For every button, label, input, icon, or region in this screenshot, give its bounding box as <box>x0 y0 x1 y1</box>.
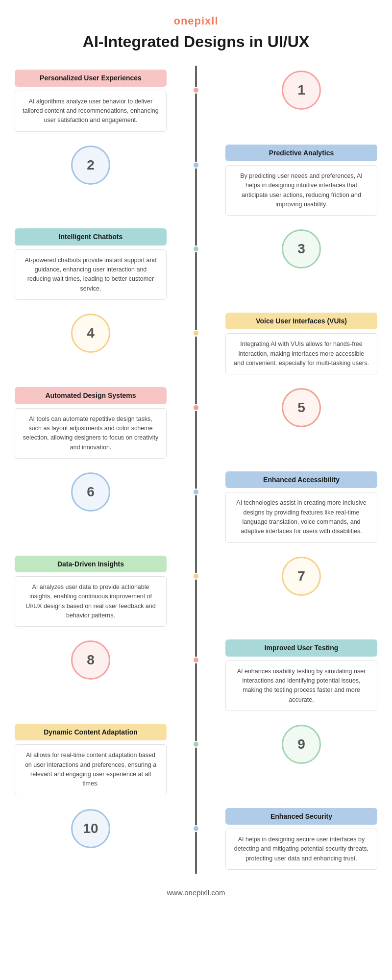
content-card: Data-Driven InsightsAI analyzes user dat… <box>15 556 167 627</box>
header: onepixll AI-Integrated Designs in UI/UX <box>0 15 392 51</box>
timeline-row: Data-Driven InsightsAI analyzes user dat… <box>15 552 377 631</box>
timeline-row: Automated Design SystemsAI tools can aut… <box>15 383 377 463</box>
label-box: Data-Driven Insights <box>15 556 167 572</box>
center-dot <box>193 741 199 748</box>
label-box: Personalized User Experiences <box>15 70 167 86</box>
desc-box: AI helps in designing secure user interf… <box>225 829 377 870</box>
center-dot <box>193 87 199 94</box>
page-wrapper: onepixll AI-Integrated Designs in UI/UX … <box>0 0 392 921</box>
content-card: Dynamic Content AdaptationAI allows for … <box>15 724 167 795</box>
content-card: Voice User Interfaces (VUIs)Integrating … <box>225 313 377 374</box>
label-box: Intelligent Chatbots <box>15 228 167 245</box>
circle-wrapper: 7 <box>225 552 377 601</box>
content-card: Enhanced SecurityAI helps in designing s… <box>225 808 377 870</box>
desc-box: AI algorithms analyze user behavior to d… <box>15 91 167 132</box>
number-circle: 8 <box>71 640 110 680</box>
content-card: Automated Design SystemsAI tools can aut… <box>15 387 167 459</box>
desc-box: By predicting user needs and preferences… <box>225 165 377 216</box>
label-box: Voice User Interfaces (VUIs) <box>225 313 377 329</box>
brand-text: onepixll <box>173 15 218 27</box>
circle-wrapper: 1 <box>225 66 377 115</box>
center-dot <box>193 825 199 832</box>
number-circle: 6 <box>71 472 110 512</box>
timeline-row: 8Improved User TestingAI enhances usabil… <box>15 636 377 715</box>
brand: onepixll <box>0 15 392 27</box>
desc-box: AI technologies assist in creating more … <box>225 492 377 543</box>
number-circle: 1 <box>282 71 321 110</box>
center-dot <box>193 489 199 495</box>
center-dot <box>193 162 199 169</box>
content-card: Personalized User ExperiencesAI algorith… <box>15 70 167 131</box>
circle-wrapper: 9 <box>225 720 377 769</box>
number-circle: 9 <box>282 725 321 764</box>
number-circle: 5 <box>282 388 321 427</box>
circle-wrapper: 2 <box>15 141 167 190</box>
number-circle: 7 <box>282 557 321 596</box>
label-box: Enhanced Security <box>225 808 377 825</box>
desc-box: AI-powered chatbots provide instant supp… <box>15 249 167 300</box>
timeline-row: Personalized User ExperiencesAI algorith… <box>15 66 377 135</box>
timeline: Personalized User ExperiencesAI algorith… <box>0 66 392 874</box>
number-circle: 10 <box>71 809 110 848</box>
desc-box: Integrating AI with VUIs allows for hand… <box>225 333 377 374</box>
page-title: AI-Integrated Designs in UI/UX <box>0 32 392 51</box>
label-box: Improved User Testing <box>225 639 377 656</box>
desc-box: AI analyzes user data to provide actiona… <box>15 576 167 627</box>
circle-wrapper: 6 <box>15 467 167 516</box>
number-circle: 3 <box>282 229 321 269</box>
footer: www.onepixll.com <box>0 888 392 897</box>
label-box: Dynamic Content Adaptation <box>15 724 167 740</box>
label-box: Automated Design Systems <box>15 387 167 404</box>
desc-box: AI tools can automate repetitive design … <box>15 408 167 459</box>
content-card: Intelligent ChatbotsAI-powered chatbots … <box>15 228 167 300</box>
timeline-row: 2Predictive AnalyticsBy predicting user … <box>15 141 377 220</box>
circle-wrapper: 4 <box>15 309 167 358</box>
center-dot <box>193 330 199 337</box>
content-card: Improved User TestingAI enhances usabili… <box>225 639 377 711</box>
timeline-row: 4Voice User Interfaces (VUIs)Integrating… <box>15 309 377 378</box>
desc-box: AI allows for real-time content adaptati… <box>15 744 167 795</box>
content-card: Enhanced AccessibilityAI technologies as… <box>225 471 377 543</box>
content-card: Predictive AnalyticsBy predicting user n… <box>225 145 377 216</box>
circle-wrapper: 10 <box>15 804 167 853</box>
center-dot <box>193 245 199 252</box>
label-box: Enhanced Accessibility <box>225 471 377 488</box>
circle-wrapper: 5 <box>225 383 377 432</box>
timeline-row: 10Enhanced SecurityAI helps in designing… <box>15 804 377 874</box>
circle-wrapper: 8 <box>15 636 167 685</box>
number-circle: 2 <box>71 146 110 185</box>
label-box: Predictive Analytics <box>225 145 377 161</box>
timeline-row: 6Enhanced AccessibilityAI technologies a… <box>15 467 377 547</box>
center-dot <box>193 573 199 580</box>
timeline-row: Intelligent ChatbotsAI-powered chatbots … <box>15 224 377 304</box>
center-dot <box>193 657 199 663</box>
circle-wrapper: 3 <box>225 224 377 273</box>
timeline-row: Dynamic Content AdaptationAI allows for … <box>15 720 377 799</box>
center-dot <box>193 404 199 411</box>
number-circle: 4 <box>71 314 110 353</box>
desc-box: AI enhances usability testing by simulat… <box>225 661 377 711</box>
